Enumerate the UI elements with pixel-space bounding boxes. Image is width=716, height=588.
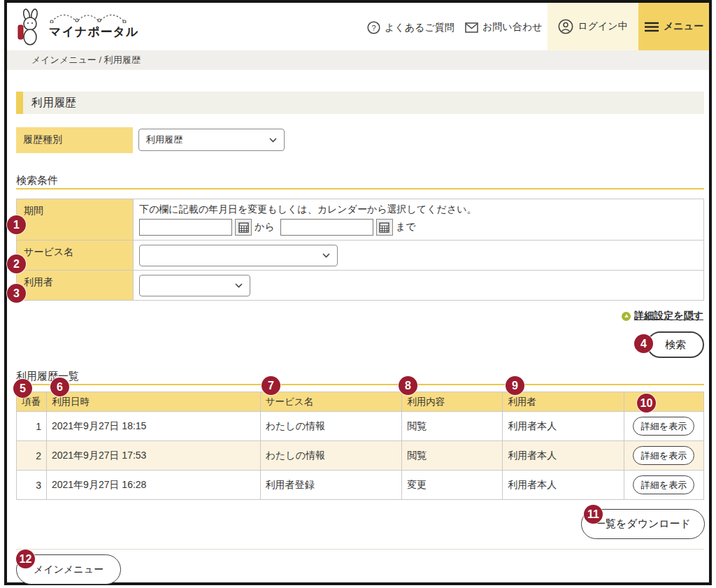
annotation-marker-9: 9 (506, 376, 524, 395)
annotation-marker-1: 1 (7, 215, 26, 234)
row-user: 利用者本人 (503, 441, 624, 471)
search-button[interactable]: 検索 (647, 331, 704, 358)
annotation-marker-11: 11 (584, 505, 603, 524)
period-label: 期間 (17, 199, 134, 240)
mail-icon (465, 22, 478, 33)
annotation-marker-10: 10 (637, 394, 656, 413)
usage-history-page: マイナポータル ? よくあるご質問 お問い合わせ ログイン中 (0, 0, 716, 588)
row-service: 利用者登録 (260, 471, 402, 500)
show-detail-button[interactable]: 詳細を表示 (633, 475, 694, 494)
col-service: サービス名 (260, 392, 402, 412)
user-label: 利用者 (17, 271, 134, 300)
site-header: マイナポータル ? よくあるご質問 お問い合わせ ログイン中 (7, 3, 709, 50)
history-type-select[interactable]: 利用履歴 (138, 129, 285, 151)
calendar-to-button[interactable] (376, 219, 393, 236)
period-row: 期間 下の欄に記載の年月日を変更もしくは、カレンダーから選択してください。 から (17, 199, 703, 241)
show-detail-button[interactable]: 詳細を表示 (633, 446, 694, 465)
menu-button[interactable]: メニュー (638, 3, 709, 50)
login-status[interactable]: ログイン中 (547, 3, 638, 50)
chevron-down-icon (322, 253, 330, 258)
footer-separator (16, 549, 704, 550)
collapse-up-icon (622, 312, 631, 321)
col-action: 利用内容 (402, 392, 503, 412)
period-to-input[interactable] (280, 219, 373, 236)
page-title: 利用履歴 (31, 92, 76, 114)
table-row: 3 2021年9月27日 16:28 利用者登録 変更 利用者本人 詳細を表示 (17, 471, 704, 500)
show-detail-button[interactable]: 詳細を表示 (633, 417, 694, 436)
service-row: サービス名 (17, 241, 703, 271)
annotation-marker-8: 8 (399, 376, 417, 395)
breadcrumb[interactable]: メインメニュー / 利用履歴 (7, 50, 709, 70)
period-from-suffix: から (255, 221, 275, 234)
row-action: 変更 (402, 471, 503, 500)
hamburger-icon (644, 22, 659, 32)
rabbit-mascot-icon (15, 8, 45, 46)
svg-text:?: ? (371, 24, 375, 32)
title-accent-bar (16, 92, 23, 114)
history-type-label: 履歴種別 (16, 127, 133, 153)
chevron-down-icon (235, 283, 243, 288)
annotation-marker-12: 12 (16, 550, 35, 568)
annotation-marker-5: 5 (13, 379, 32, 398)
row-service: わたしの情報 (260, 412, 402, 441)
period-fields: 下の欄に記載の年月日を変更もしくは、カレンダーから選択してください。 から (134, 199, 703, 240)
row-no: 2 (17, 441, 47, 471)
row-datetime: 2021年9月27日 17:53 (46, 441, 260, 471)
menu-label: メニュー (664, 20, 703, 33)
login-label: ログイン中 (578, 20, 627, 33)
history-type-value: 利用履歴 (146, 134, 182, 146)
page-title-bar: 利用履歴 (16, 92, 704, 114)
row-datetime: 2021年9月27日 18:15 (46, 412, 260, 441)
service-select[interactable] (139, 245, 338, 266)
calendar-icon (379, 222, 389, 233)
calendar-icon (238, 222, 249, 233)
contact-label: お問い合わせ (482, 21, 542, 34)
faq-link[interactable]: ? よくあるご質問 (367, 21, 454, 34)
period-to-suffix: まで (396, 221, 416, 234)
row-no: 1 (17, 412, 47, 441)
table-row: 2 2021年9月27日 17:53 わたしの情報 閲覧 利用者本人 詳細を表示 (17, 441, 704, 471)
user-row: 利用者 (17, 271, 703, 300)
row-datetime: 2021年9月27日 16:28 (46, 471, 260, 500)
annotation-marker-7: 7 (262, 376, 280, 395)
row-action: 閲覧 (402, 441, 503, 471)
row-service: わたしの情報 (260, 441, 402, 471)
hide-advanced-settings-link[interactable]: 詳細設定を隠す (622, 310, 703, 322)
col-datetime: 利用日時 (46, 392, 260, 412)
annotation-marker-2: 2 (7, 254, 26, 273)
logo-arcs-decoration (49, 10, 133, 23)
col-user: 利用者 (503, 392, 624, 412)
annotation-marker-4: 4 (634, 334, 653, 353)
col-detail (624, 392, 703, 412)
usage-history-table: 項番 利用日時 サービス名 利用内容 利用者 1 2021年9月27日 18:1… (16, 392, 704, 500)
chevron-down-icon (269, 138, 277, 143)
contact-link[interactable]: お問い合わせ (465, 21, 542, 34)
service-label: サービス名 (17, 241, 134, 270)
table-row: 1 2021年9月27日 18:15 わたしの情報 閲覧 利用者本人 詳細を表示 (17, 412, 704, 441)
annotation-marker-3: 3 (7, 284, 26, 303)
results-heading-rule (16, 384, 704, 385)
period-from-input[interactable] (139, 219, 232, 236)
faq-label: よくあるご質問 (385, 22, 454, 34)
person-circle-icon (558, 19, 573, 34)
hide-settings-label: 詳細設定を隠す (634, 310, 703, 322)
row-user: 利用者本人 (503, 471, 624, 500)
row-user: 利用者本人 (503, 412, 624, 441)
search-heading-rule (16, 188, 704, 189)
row-action: 閲覧 (402, 412, 503, 441)
calendar-from-button[interactable] (235, 219, 252, 236)
brand-title: マイナポータル (49, 24, 138, 40)
search-conditions-heading: 検索条件 (16, 174, 58, 187)
search-conditions-table: 期間 下の欄に記載の年月日を変更もしくは、カレンダーから選択してください。 から (16, 199, 704, 301)
table-header-row: 項番 利用日時 サービス名 利用内容 利用者 (17, 392, 704, 412)
user-select[interactable] (139, 275, 250, 296)
annotation-marker-6: 6 (50, 378, 69, 396)
period-instruction: 下の欄に記載の年月日を変更もしくは、カレンダーから選択してください。 (139, 199, 703, 216)
question-circle-icon: ? (367, 21, 380, 34)
row-no: 3 (17, 471, 47, 500)
